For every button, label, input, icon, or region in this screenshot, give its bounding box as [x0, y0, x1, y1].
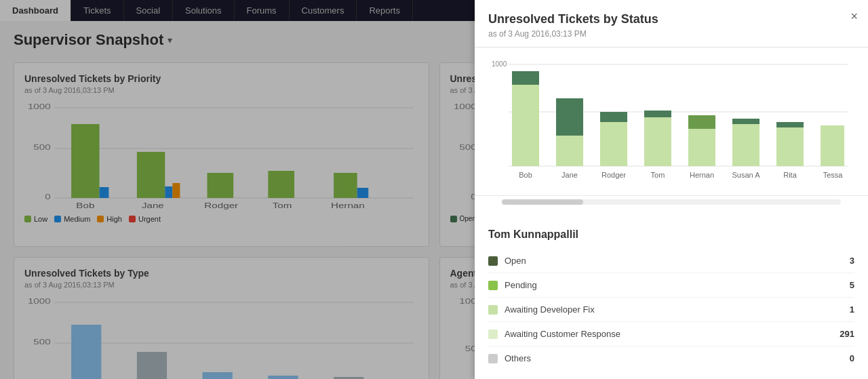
pending-status-label: Pending [505, 280, 834, 290]
modal-header: Unresolved Tickets by Status as of 3 Aug… [475, 0, 868, 47]
awaiting-dev-status-count: 1 [834, 304, 854, 315]
open-status-count: 3 [834, 256, 854, 266]
svg-text:1000: 1000 [492, 60, 507, 68]
svg-rect-68 [732, 119, 760, 166]
others-status-count: 0 [834, 353, 854, 363]
agent-name: Tom Kunnappallil [488, 228, 854, 241]
svg-text:Susan A: Susan A [732, 171, 761, 179]
svg-rect-63 [600, 112, 627, 122]
status-row-open: Open 3 [488, 249, 854, 273]
modal-scrollbar-container [475, 196, 868, 218]
svg-text:Tom: Tom [651, 171, 665, 179]
pending-status-color [488, 281, 498, 290]
pending-status-count: 5 [834, 280, 854, 290]
modal-panel: Unresolved Tickets by Status as of 3 Aug… [475, 0, 868, 379]
awaiting-cust-status-label: Awaiting Customer Response [505, 329, 834, 339]
awaiting-dev-status-label: Awaiting Developer Fix [505, 304, 834, 315]
svg-rect-65 [644, 111, 671, 117]
svg-rect-67 [688, 115, 715, 129]
svg-text:Tessa: Tessa [823, 171, 844, 179]
others-status-label: Others [505, 353, 834, 363]
svg-text:Rita: Rita [783, 171, 797, 179]
svg-rect-72 [821, 125, 844, 166]
svg-rect-64 [644, 111, 671, 166]
svg-text:Rodger: Rodger [601, 171, 626, 179]
agent-detail-panel: Tom Kunnappallil Open 3 Pending 5 Awaiti… [475, 218, 868, 379]
modal-title: Unresolved Tickets by Status [488, 12, 854, 26]
svg-text:Jane: Jane [561, 171, 578, 179]
svg-rect-69 [732, 119, 760, 124]
awaiting-cust-status-color [488, 330, 498, 339]
modal-scrollbar-thumb[interactable] [502, 199, 583, 205]
status-row-pending: Pending 5 [488, 273, 854, 298]
svg-rect-70 [776, 122, 804, 166]
svg-rect-59 [512, 71, 539, 85]
svg-rect-58 [512, 71, 539, 166]
svg-rect-61 [556, 98, 583, 136]
open-status-color [488, 256, 498, 266]
svg-text:Bob: Bob [519, 171, 532, 179]
modal-subtitle: as of 3 Aug 2016,03:13 PM [488, 29, 854, 39]
modal-chart-area: 1000 [475, 47, 868, 196]
awaiting-cust-status-count: 291 [834, 329, 854, 339]
status-row-others: Others 0 [488, 346, 854, 370]
status-row-awaiting-dev: Awaiting Developer Fix 1 [488, 298, 854, 322]
modal-scrollbar[interactable] [502, 199, 841, 205]
status-row-awaiting-cust: Awaiting Customer Response 291 [488, 322, 854, 346]
svg-text:Hernan: Hernan [690, 171, 714, 179]
svg-rect-71 [776, 122, 804, 127]
awaiting-dev-status-color [488, 305, 498, 315]
modal-close-button[interactable]: × [850, 10, 858, 22]
modal-overlay: Unresolved Tickets by Status as of 3 Aug… [0, 0, 868, 379]
open-status-label: Open [505, 256, 834, 266]
others-status-color [488, 354, 498, 363]
